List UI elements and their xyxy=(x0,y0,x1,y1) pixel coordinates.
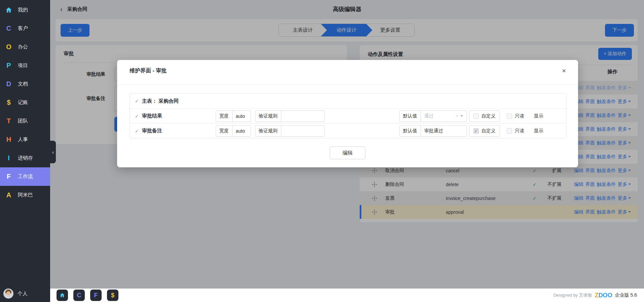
sidebar-item-hr[interactable]: H 人事 xyxy=(0,130,50,149)
rule-label: 验证规则 xyxy=(255,126,281,136)
sidebar-item-project[interactable]: P 项目 xyxy=(0,56,50,75)
zdoo-logo: ZDOO xyxy=(595,292,612,299)
sidebar-collapse-handle[interactable]: ‹ xyxy=(50,141,56,163)
custom-checkbox-group: 自定义 xyxy=(469,110,500,122)
sidebar-item-label: 团队 xyxy=(18,118,28,124)
sidebar-item-customer[interactable]: C 客户 xyxy=(0,19,50,38)
check-icon: ✓ xyxy=(135,128,139,134)
sidebar-item-doc[interactable]: D 文档 xyxy=(0,75,50,93)
width-label: 宽度 xyxy=(216,126,232,136)
sidebar-item-label: 项目 xyxy=(18,62,28,69)
readonly-label: 只读 xyxy=(515,128,524,134)
rule-label: 验证规则 xyxy=(255,111,281,122)
sidebar-item-inventory[interactable]: I 进销存 xyxy=(0,149,50,167)
chevron-left-icon: ‹ xyxy=(52,149,54,155)
field-name: 审批结果 xyxy=(142,113,213,119)
sidebar-item-accounting[interactable]: $ 记账 xyxy=(0,93,50,112)
rule-group: 验证规则 xyxy=(255,125,325,137)
rule-input[interactable] xyxy=(281,111,324,122)
sidebar-item-label: 记账 xyxy=(18,99,28,106)
avatar xyxy=(3,289,13,299)
close-icon[interactable]: × xyxy=(562,67,566,74)
sidebar-item-label: 我的 xyxy=(18,7,28,13)
edition-text: 企业版 5.6 xyxy=(615,292,637,298)
taskbar-home-icon[interactable] xyxy=(57,290,68,301)
width-group: 宽度 auto xyxy=(216,125,251,137)
sidebar: 我的 C 客户 O 办公 P 项目 D 文档 $ 记账 xyxy=(0,0,50,302)
sidebar-item-label: 人事 xyxy=(18,136,28,143)
display-toggle[interactable]: 显示 xyxy=(534,113,543,119)
field-name: 审批备注 xyxy=(142,128,213,134)
custom-checkbox[interactable]: ✓ xyxy=(473,128,479,134)
custom-label: 自定义 xyxy=(481,113,496,119)
master-table-label: 主表： 采购合同 xyxy=(142,98,179,104)
taskbar-app-icons: C F $ xyxy=(57,290,118,301)
display-toggle[interactable]: 显示 xyxy=(534,128,543,134)
letter-h-icon: H xyxy=(4,135,13,144)
edit-button[interactable]: 编辑 xyxy=(330,146,365,159)
sidebar-item-label: 阿米巴 xyxy=(18,192,33,198)
default-group: 默认值 审批通过 xyxy=(399,125,467,137)
default-label: 默认值 xyxy=(400,111,421,122)
field-row-remark: ✓ 审批备注 宽度 auto 验证规则 默认值 审批通过 xyxy=(130,123,566,138)
letter-f-icon: F xyxy=(4,172,13,181)
home-icon xyxy=(4,6,13,14)
taskbar-accounting-icon[interactable]: $ xyxy=(107,290,118,301)
custom-checkbox[interactable] xyxy=(473,113,479,119)
maintain-ui-modal: 维护界面 - 审批 × ✓ 主表： 采购合同 ✓ 审批结果 宽度 auto 验证… xyxy=(117,60,578,167)
readonly-checkbox[interactable] xyxy=(507,128,512,134)
taskbar-workflow-icon[interactable]: F xyxy=(90,290,102,301)
logo-doo: DOO xyxy=(599,292,612,299)
dollar-icon: $ xyxy=(4,98,13,107)
sidebar-item-label: 客户 xyxy=(18,25,28,32)
letter-t-icon: T xyxy=(4,117,13,126)
chevron-down-icon xyxy=(460,115,463,117)
readonly-checkbox[interactable] xyxy=(507,113,512,119)
sidebar-item-label: 文档 xyxy=(18,81,28,87)
field-row-result: ✓ 审批结果 宽度 auto 验证规则 默认值 通过× xyxy=(130,108,566,123)
sidebar-item-label: 办公 xyxy=(18,44,28,50)
logo-z: Z xyxy=(595,292,599,299)
taskbar-customer-icon[interactable]: C xyxy=(73,290,85,301)
sidebar-item-label: 工作流 xyxy=(18,173,33,180)
letter-d-icon: D xyxy=(4,80,13,89)
letter-p-icon: P xyxy=(4,61,13,70)
custom-checkbox-group: ✓ 自定义 xyxy=(469,125,500,137)
user-label: 个人 xyxy=(17,291,28,297)
sidebar-item-workflow[interactable]: F 工作流 xyxy=(0,167,50,186)
default-value: 通过 xyxy=(424,113,434,119)
rule-group: 验证规则 xyxy=(255,110,325,122)
main-area: ‹ 采购合同 高级编辑器 上一步 主表设计 动作设计 更多设置 下一步 审批 审… xyxy=(50,0,644,302)
modal-title: 维护界面 - 审批 xyxy=(130,67,167,74)
width-group: 宽度 auto xyxy=(216,110,251,122)
check-icon: ✓ xyxy=(135,98,139,104)
readonly-checkbox-group: 只读 xyxy=(507,128,524,134)
letter-a-icon: A xyxy=(4,191,13,200)
rule-input[interactable] xyxy=(281,126,324,136)
readonly-checkbox-group: 只读 xyxy=(507,113,524,119)
default-select[interactable]: 通过× xyxy=(421,111,466,122)
letter-i-icon: I xyxy=(4,154,13,163)
sidebar-item-office[interactable]: O 办公 xyxy=(0,38,50,56)
width-input[interactable]: auto xyxy=(232,111,251,122)
modal-field-table: ✓ 主表： 采购合同 ✓ 审批结果 宽度 auto 验证规则 默认值 xyxy=(130,93,566,138)
letter-o-icon: O xyxy=(4,43,13,52)
sidebar-item-team[interactable]: T 团队 xyxy=(0,112,50,130)
width-input[interactable]: auto xyxy=(232,126,251,136)
sidebar-item-amoeba[interactable]: A 阿米巴 xyxy=(0,186,50,204)
clear-icon[interactable]: × xyxy=(456,113,458,119)
sidebar-item-my[interactable]: 我的 xyxy=(0,1,50,19)
sidebar-item-label: 进销存 xyxy=(18,155,33,161)
divider xyxy=(117,84,578,85)
check-icon: ✓ xyxy=(135,113,139,119)
sidebar-user[interactable]: 个人 xyxy=(0,285,50,302)
footer-branding: Designed by 艾体验 ZDOO 企业版 5.6 xyxy=(553,292,637,299)
width-label: 宽度 xyxy=(216,111,232,122)
designed-by-text: Designed by 艾体验 xyxy=(553,292,592,298)
default-input[interactable]: 审批通过 xyxy=(421,126,466,136)
custom-label: 自定义 xyxy=(481,128,496,134)
sidebar-nav: 我的 C 客户 O 办公 P 项目 D 文档 $ 记账 xyxy=(0,0,50,204)
readonly-label: 只读 xyxy=(515,113,524,119)
default-group: 默认值 通过× xyxy=(399,110,467,122)
default-label: 默认值 xyxy=(400,126,421,136)
